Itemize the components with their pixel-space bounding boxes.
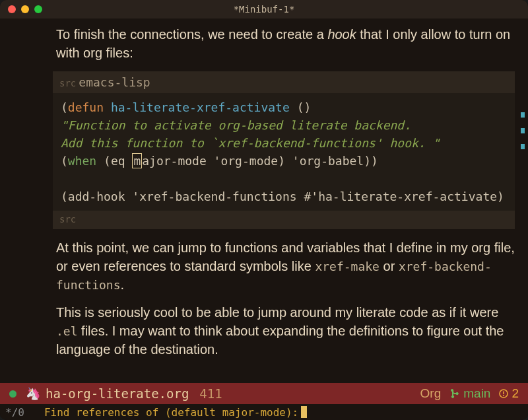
line-number: 411 [199, 386, 222, 401]
minibuf-indicator: */0 [5, 406, 24, 419]
src-end: src [53, 211, 515, 229]
svg-point-2 [503, 395, 504, 396]
warnings[interactable]: 2 [498, 386, 519, 401]
fringe-markers [521, 112, 525, 160]
point-cursor: m [132, 153, 142, 168]
close-button[interactable] [8, 5, 16, 13]
buffer-name[interactable]: ha-org-literate.org [46, 386, 189, 401]
minibuf-cursor [301, 406, 307, 418]
src-begin: srcemacs-lisp [53, 71, 515, 93]
buffer-content[interactable]: To finish the connections, we need to cr… [0, 18, 528, 359]
paragraph: This is seriously cool to be able to jum… [56, 303, 515, 359]
editor-window: *Minibuf-1* To finish the connections, w… [0, 0, 528, 420]
unicorn-icon: 🦄 [26, 386, 40, 401]
titlebar: *Minibuf-1* [0, 0, 528, 18]
src-code[interactable]: (defun ha-literate-xref-activate () "Fun… [53, 93, 515, 211]
minimize-button[interactable] [21, 5, 29, 13]
traffic-lights [8, 5, 42, 13]
zoom-button[interactable] [34, 5, 42, 13]
warning-icon [498, 388, 509, 399]
modeline[interactable]: 🦄 ha-org-literate.org 411 Org main 2 [0, 383, 528, 404]
minibuffer[interactable]: */0 Find references of (default major-mo… [0, 404, 528, 420]
fringe-marker [521, 144, 525, 149]
vcs-branch[interactable]: main [450, 386, 490, 401]
paragraph: At this point, we can jump to functions … [56, 238, 515, 294]
git-branch-icon [450, 388, 461, 399]
window-title: *Minibuf-1* [234, 4, 295, 15]
source-block: srcemacs-lisp (defun ha-literate-xref-ac… [53, 71, 515, 229]
fringe-marker [521, 128, 525, 133]
status-dot-icon [9, 390, 16, 398]
paragraph: To finish the connections, we need to cr… [56, 25, 515, 62]
major-mode[interactable]: Org [420, 386, 442, 401]
fringe-marker [521, 112, 525, 118]
minibuf-prompt: Find references of (default major-mode): [44, 406, 298, 419]
